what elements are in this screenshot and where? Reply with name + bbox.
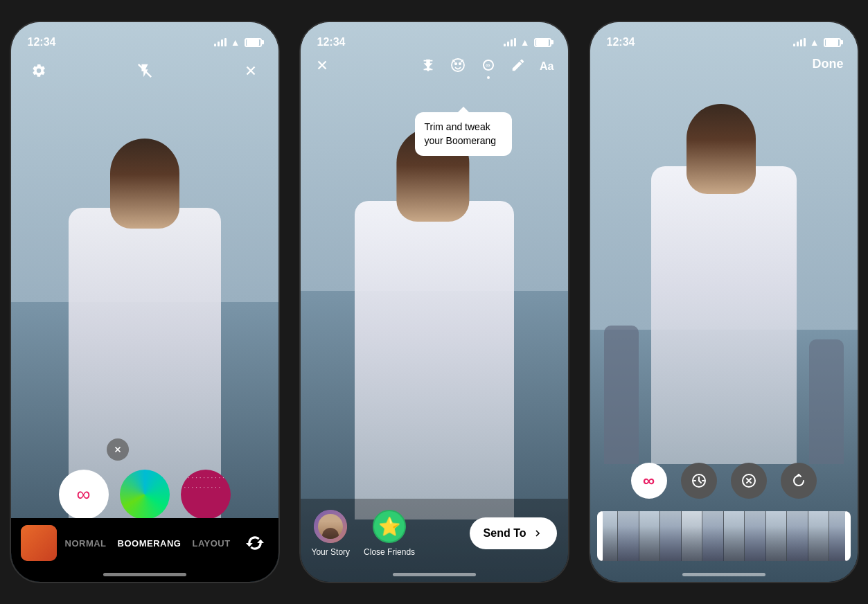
send-to-button[interactable]: Send To [470,517,557,549]
phone-3: 12:34 ▲ Done ∞ [589,21,859,583]
text-icon[interactable]: Aa [540,60,553,73]
gear-icon[interactable] [25,57,53,85]
color-wheel-button[interactable] [120,470,170,519]
download-icon[interactable] [420,57,436,76]
film-strip[interactable] [597,511,851,561]
boomerang-selector: ∞ [11,470,278,519]
done-label: Done [813,57,844,71]
your-story-option[interactable]: Your Story [312,510,351,557]
wifi-icon: ▲ [520,37,530,48]
phone2-home-indicator [393,573,476,576]
battery-icon [245,38,262,47]
boomerang-main-button[interactable]: ∞ [59,470,109,519]
phone2-toolbar: ∞ Aa [301,57,568,76]
film-strip-left-handle[interactable] [597,511,603,561]
phone1-home-indicator [103,573,186,576]
wifi-icon: ▲ [810,37,820,48]
phone2-time: 12:34 [317,36,346,48]
film-frame-5 [682,511,703,561]
film-frame-2 [618,511,639,561]
phone3-status-bar: 12:34 ▲ [590,22,858,53]
speed-ramp-button[interactable] [681,463,717,499]
phone2-status-bar: 12:34 ▲ [301,22,568,53]
camera-flip-button[interactable] [241,529,269,557]
wifi-icon: ▲ [231,37,240,48]
film-frame-10 [787,511,808,561]
phone2-toolbar-right: ∞ Aa [420,57,553,76]
phone3-done-button[interactable]: Done [813,57,844,71]
film-strip-frames [597,511,851,561]
svg-point-2 [455,63,457,64]
film-strip-right-handle[interactable] [845,511,851,561]
phone2-background [301,22,568,582]
phone1-status-icons: ▲ [214,37,262,48]
mode-normal[interactable]: NORMAL [65,538,107,549]
phone2-status-icons: ▲ [504,37,551,48]
close-friends-avatar: ⭐ [373,510,406,543]
film-frame-9 [766,511,788,561]
close-friends-label: Close Friends [364,547,415,557]
phone1-time: 12:34 [28,36,56,48]
your-story-label: Your Story [312,547,351,557]
close-friends-option[interactable]: ⭐ Close Friends [364,510,415,557]
phone3-time: 12:34 [607,36,635,48]
film-frame-6 [702,511,724,561]
boomerang-tooltip: Trim and tweak your Boomerang [415,112,512,156]
slowmo-button[interactable] [731,463,767,499]
svg-text:∞: ∞ [486,62,490,69]
phone3-home-indicator [682,573,765,576]
flash-off-icon[interactable] [131,57,159,85]
handwriting-icon[interactable] [511,57,526,76]
boomerang-icon[interactable]: ∞ [480,57,497,76]
mode-boomerang[interactable]: BOOMERANG [118,538,181,549]
film-frame-11 [808,511,830,561]
boomerang-infinity-icon: ∞ [77,485,91,504]
film-frame-4 [660,511,682,561]
phone2-send-area: Your Story ⭐ Close Friends Send To [301,499,568,582]
camera-modes: NORMAL BOOMERANG LAYOUT [65,538,241,549]
reverse-button[interactable] [781,463,817,499]
phone3-status-icons: ▲ [793,37,841,48]
phone-1: 12:34 ▲ [10,21,280,583]
dismiss-button[interactable] [107,438,129,461]
svg-point-3 [459,63,461,64]
battery-icon [534,38,551,47]
story-options: Your Story ⭐ Close Friends [312,510,416,557]
phones-container: 12:34 ▲ [10,21,859,583]
mode-layout[interactable]: LAYOUT [192,538,230,549]
tooltip-text: Trim and tweak your Boomerang [425,121,497,146]
your-story-avatar [314,510,347,543]
close-icon[interactable] [237,57,265,85]
gallery-thumbnail[interactable] [21,525,57,561]
face-effects-icon[interactable] [450,57,466,76]
close-icon[interactable] [315,57,330,76]
film-frame-8 [745,511,766,561]
phone-2: 12:34 ▲ [299,21,569,583]
signal-icon [214,38,227,46]
phone1-toolbar [11,57,278,85]
boomerang-loop-button[interactable]: ∞ [631,463,667,499]
phone1-status-bar: 12:34 ▲ [11,22,278,53]
sparkle-button[interactable] [181,470,231,519]
battery-icon [824,38,841,47]
film-frame-7 [724,511,745,561]
boomerang-loop-icon: ∞ [643,471,655,490]
signal-icon [793,38,806,46]
send-to-label: Send To [484,527,526,540]
film-frame-3 [639,511,661,561]
effects-row: ∞ [590,463,858,499]
signal-icon [504,38,516,46]
